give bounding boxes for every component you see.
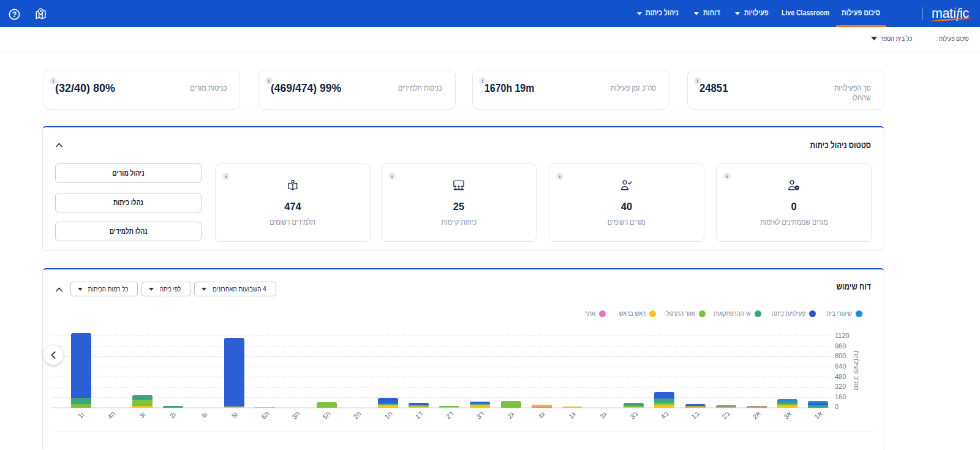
svg-text:?: ? <box>12 10 17 19</box>
